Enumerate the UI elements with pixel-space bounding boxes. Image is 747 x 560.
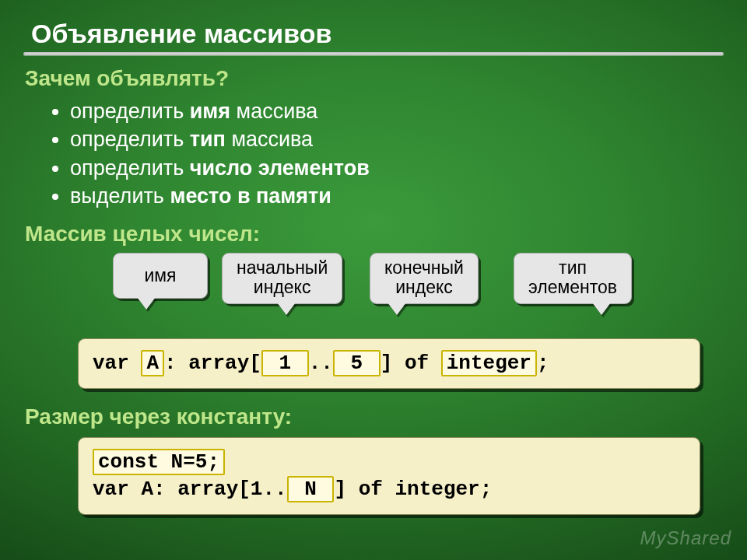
code-array-const: const N=5; var A: array[1.. N ] of integ… [78, 437, 700, 515]
why-item-3: определить число элементов [70, 154, 724, 182]
callout-name-label: имя [144, 265, 176, 285]
text: определить [70, 128, 190, 151]
why-item-4: выделить место в памяти [70, 182, 724, 210]
text: определить [70, 100, 190, 123]
emphasis: место в памяти [170, 184, 331, 208]
section-why-heading: Зачем объявлять? [25, 66, 724, 91]
slide: Объявление массивов Зачем объявлять? опр… [0, 0, 747, 560]
callout-type-line1: тип [559, 257, 587, 278]
highlight-n: N [287, 476, 335, 502]
text: массива [230, 100, 317, 123]
code-text: ] of integer; [334, 478, 492, 501]
callout-first-line2: индекс [254, 277, 311, 297]
highlight-index-first: 1 [261, 350, 309, 376]
code-text: var A: array[1.. [93, 478, 287, 501]
code-text: var [93, 352, 141, 375]
slide-title: Объявление массивов [31, 19, 724, 49]
callout-name: имя [113, 253, 208, 299]
highlight-const: const N=5; [93, 449, 225, 475]
why-item-2: определить тип массива [70, 125, 724, 153]
why-item-1: определить имя массива [70, 97, 724, 125]
section-intarray-heading: Массив целых чисел: [25, 222, 724, 247]
highlight-index-last: 5 [333, 350, 381, 376]
callout-first: начальный индекс [222, 253, 342, 305]
highlight-element-type: integer [441, 350, 537, 376]
code-array-declaration: var A: array[ 1 .. 5 ] of integer; [78, 338, 700, 389]
callout-last: конечный индекс [370, 253, 479, 305]
callout-last-line2: индекс [395, 277, 453, 297]
section-const-heading: Размер через константу: [25, 404, 724, 429]
watermark: MyShared [640, 527, 731, 549]
text: определить [70, 156, 190, 180]
code-text: .. [309, 352, 333, 375]
emphasis: число элементов [190, 156, 370, 180]
highlight-array-name: A [141, 350, 164, 376]
emphasis: имя [190, 100, 230, 123]
callout-last-line1: конечный [384, 257, 464, 278]
text: массива [226, 128, 313, 151]
why-list: определить имя массива определить тип ма… [23, 97, 724, 211]
code-text: ] of [381, 352, 441, 375]
callout-row: имя начальный индекс конечный индекс тип… [23, 253, 724, 331]
title-underline [23, 52, 724, 55]
emphasis: тип [190, 128, 226, 151]
callout-type-line2: элементов [528, 277, 617, 297]
code-text: : array[ [164, 352, 261, 375]
callout-type: тип элементов [514, 253, 632, 305]
callout-first-line1: начальный [237, 257, 328, 278]
code-text: ; [537, 352, 549, 375]
text: выделить [70, 184, 170, 208]
